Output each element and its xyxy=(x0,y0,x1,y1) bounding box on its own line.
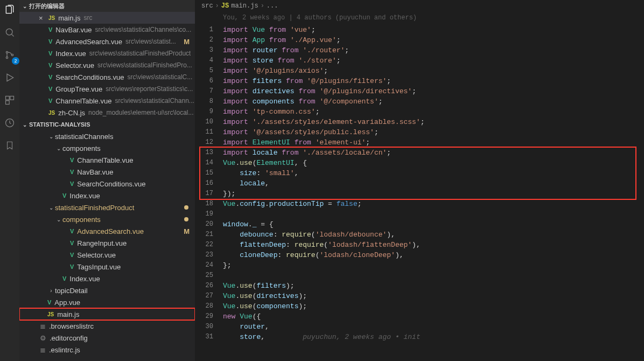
code-line[interactable]: 20window._ = { xyxy=(195,219,644,230)
tree-folder[interactable]: ⌄statisticalFinishedProduct xyxy=(19,202,195,213)
tree-folder[interactable]: ⌄components xyxy=(19,213,195,225)
code-area[interactable]: 1import Vue from 'vue';2import App from … xyxy=(195,25,644,361)
tree-item-label: SearchConditions.vue xyxy=(77,180,145,188)
file-path: src\views\statist... xyxy=(125,38,176,45)
code-line[interactable]: 6import filters from '@/plugins/filters'… xyxy=(195,76,644,86)
code-line[interactable]: 29new Vue({ xyxy=(195,311,644,322)
code-line[interactable]: 18Vue.config.productionTip = false; xyxy=(195,199,644,209)
tree-item-label: NavBar.vue xyxy=(77,168,113,176)
code-line[interactable]: 8import components from '@/components'; xyxy=(195,96,644,107)
open-editor-item[interactable]: VChannelTable.vuesrc\views\statisticalCh… xyxy=(19,95,195,107)
line-number: 31 xyxy=(195,332,223,342)
tree-folder[interactable]: ⌄statisticalChannels xyxy=(19,130,195,142)
line-number: 30 xyxy=(195,322,223,332)
bookmark-icon[interactable] xyxy=(2,138,17,153)
code-line[interactable]: 26Vue.use(filters); xyxy=(195,281,644,291)
vue-icon: V xyxy=(48,50,52,57)
code-line[interactable]: 15 size: 'small', xyxy=(195,168,644,178)
svg-rect-4 xyxy=(6,96,10,100)
code-line[interactable]: 30 router, xyxy=(195,322,644,332)
code-line[interactable]: 22 flattenDeep: require('lodash/flattenD… xyxy=(195,240,644,250)
chevron-icon: ⌄ xyxy=(47,205,55,211)
run-debug-icon[interactable] xyxy=(2,70,17,85)
code-line[interactable]: 1import Vue from 'vue'; xyxy=(195,25,644,35)
code-line[interactable]: 11import '@/assets/styles/public.less'; xyxy=(195,127,644,137)
code-line[interactable]: 24}; xyxy=(195,260,644,270)
code-line[interactable]: 17}); xyxy=(195,189,644,199)
open-editor-item[interactable]: VGroupTree.vuesrc\views\reporterStatisti… xyxy=(19,83,195,95)
open-editor-item[interactable]: VSelector.vuesrc\views\statisticalFinish… xyxy=(19,59,195,71)
project-header[interactable]: ⌄ STATISTIC-ANALYSIS xyxy=(19,119,195,130)
code-line[interactable]: 2import App from './App.vue'; xyxy=(195,35,644,45)
open-editor-item[interactable]: JSzh-CN.jsnode_modules\element-ui\src\lo… xyxy=(19,107,195,119)
tree-file[interactable]: VChannelTable.vue xyxy=(19,154,195,166)
svg-point-2 xyxy=(6,57,8,58)
tree-file[interactable]: VRangeInput.vue xyxy=(19,237,195,249)
line-number: 21 xyxy=(195,230,223,240)
code-line[interactable]: 16 locale, xyxy=(195,178,644,189)
code-line[interactable]: 19 xyxy=(195,209,644,219)
line-number: 19 xyxy=(195,209,223,219)
vue-icon: V xyxy=(70,180,74,187)
explorer-icon[interactable] xyxy=(2,2,17,17)
code-line[interactable]: 21 debounce: require('lodash/debounce'), xyxy=(195,230,644,240)
tree-file[interactable]: VIndex.vue xyxy=(19,190,195,202)
tree-file[interactable]: ≣.eslintrc.js xyxy=(19,344,195,356)
file-name: Index.vue xyxy=(55,50,86,58)
vue-icon: V xyxy=(70,157,74,163)
code-line[interactable]: 4import store from './store'; xyxy=(195,55,644,66)
open-editor-item[interactable]: ×JSmain.jssrc xyxy=(19,12,195,24)
tree-file[interactable]: ⚙.editorconfig xyxy=(19,332,195,344)
line-number: 18 xyxy=(195,199,223,209)
close-icon[interactable]: × xyxy=(39,14,47,22)
code-line[interactable]: 5import '@/plugins/axios'; xyxy=(195,66,644,76)
tree-file[interactable]: JSmain.js xyxy=(19,308,195,320)
vue-icon: V xyxy=(48,38,52,45)
file-path: src\views\statisticalChann... xyxy=(115,97,194,105)
source-control-icon[interactable] xyxy=(2,47,17,63)
tree-item-label: components xyxy=(62,216,101,224)
open-editor-item[interactable]: VAdvancedSearch.vuesrc\views\statist...M xyxy=(19,36,195,47)
tree-folder[interactable]: ›topicDetail xyxy=(19,284,195,296)
open-editor-item[interactable]: VIndex.vuesrc\views\statisticalFinishedP… xyxy=(19,47,195,59)
tree-file[interactable]: VApp.vue xyxy=(19,296,195,308)
extensions-icon[interactable] xyxy=(2,93,17,108)
open-editors-label: 打开的编辑器 xyxy=(29,2,65,10)
timeline-icon[interactable] xyxy=(2,115,17,130)
code-line[interactable]: 31 store, puyuchun, 2 weeks ago • init xyxy=(195,332,644,342)
code-line[interactable]: 28Vue.use(components); xyxy=(195,301,644,311)
code-line[interactable]: 27Vue.use(directives); xyxy=(195,291,644,301)
tree-file[interactable]: ≣.browserslistrc xyxy=(19,320,195,332)
open-editor-item[interactable]: VSearchConditions.vuesrc\views\statistic… xyxy=(19,71,195,83)
tree-file[interactable]: VSearchConditions.vue xyxy=(19,178,195,190)
code-line[interactable]: 12import ElementUI from 'element-ui'; xyxy=(195,137,644,148)
modified-dot xyxy=(184,205,188,210)
open-editor-item[interactable]: VNavBar.vuesrc\views\statisticalChannels… xyxy=(19,24,195,36)
tree-item-label: App.vue xyxy=(54,298,80,307)
svg-point-1 xyxy=(6,51,8,53)
tree-file[interactable]: VTagsInput.vue xyxy=(19,261,195,273)
tree-item-label: TagsInput.vue xyxy=(77,263,121,271)
code-line[interactable]: 9import 'tp-common.css'; xyxy=(195,107,644,117)
chevron-down-icon: ⌄ xyxy=(23,122,27,128)
code-line[interactable]: 13import locale from './assets/locale/cn… xyxy=(195,148,644,158)
code-line[interactable]: 7import directives from '@/plugins/direc… xyxy=(195,86,644,96)
vue-icon: V xyxy=(70,240,74,246)
search-icon[interactable] xyxy=(2,25,17,40)
tree-file[interactable]: VAdvancedSearch.vueM xyxy=(19,225,195,237)
file-name: NavBar.vue xyxy=(55,26,92,34)
line-number: 8 xyxy=(195,96,223,107)
open-editors-header[interactable]: ⌄ 打开的编辑器 xyxy=(19,0,195,12)
code-line[interactable]: 25 xyxy=(195,270,644,281)
tree-file[interactable]: VSelector.vue xyxy=(19,249,195,261)
tree-file[interactable]: VNavBar.vue xyxy=(19,166,195,178)
chevron-right-icon: › xyxy=(215,2,219,10)
breadcrumb[interactable]: src › JS main.js › ... xyxy=(195,0,644,12)
tree-folder[interactable]: ⌄components xyxy=(19,142,195,154)
code-line[interactable]: 23 cloneDeep: require('lodash/cloneDeep'… xyxy=(195,250,644,260)
code-line[interactable]: 3import router from './router'; xyxy=(195,45,644,55)
code-line[interactable]: 10import './assets/styles/element-variab… xyxy=(195,117,644,127)
code-line[interactable]: 14Vue.use(ElementUI, { xyxy=(195,158,644,168)
chevron-icon: › xyxy=(47,288,55,294)
tree-file[interactable]: VIndex.vue xyxy=(19,273,195,284)
